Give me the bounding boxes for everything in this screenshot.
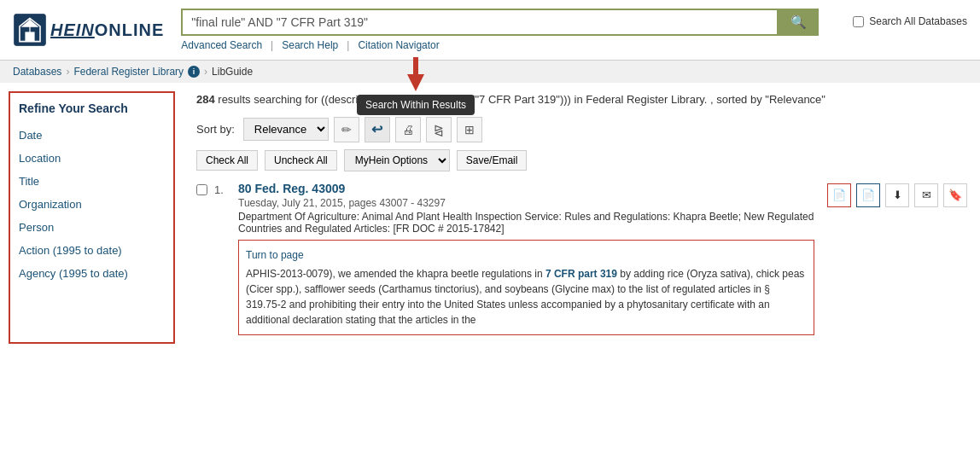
breadcrumb: Databases › Federal Register Library i ›… [0,61,980,83]
sidebar-title: Refine Your Search [19,102,165,115]
breadcrumb-library[interactable]: Federal Register Library [73,66,184,78]
tooltip-search-within: Search Within Results [357,95,475,115]
logo-area: HEINONLINE [13,13,164,47]
turn-to-page-link[interactable]: Turn to page [246,247,807,263]
sep1: | [271,39,273,51]
result-number: 1. [214,183,231,196]
search-input[interactable] [181,9,779,36]
search-button[interactable]: 🔍 [779,9,819,36]
print-button[interactable]: 🖨 [395,117,421,142]
result-snippet: Turn to page APHIS-2013-0079), we amende… [238,240,814,335]
sidebar-item-location[interactable]: Location [19,147,165,170]
arrow-tooltip-container: Search Within Results [357,57,475,115]
breadcrumb-sep1: › [66,66,69,78]
sidebar-item-organization[interactable]: Organization [19,193,165,216]
search-area: 🔍 Advanced Search | Search Help | Citati… [181,9,836,51]
pdf-red-icon[interactable]: 📄 [827,183,851,207]
check-row: Check All Uncheck All MyHein Options Sav… [196,149,967,171]
result-body: 80 Fed. Reg. 43009 Tuesday, July 21, 201… [238,182,814,335]
sidebar-item-title[interactable]: Title [19,170,165,193]
search-all-area: Search All Databases [853,15,967,27]
save-email-button[interactable]: Save/Email [457,150,528,171]
myhein-select[interactable]: MyHein Options [344,149,450,171]
result-title[interactable]: 80 Fed. Reg. 43009 [238,182,814,195]
binoculars-button[interactable]: ⧎ [426,117,452,142]
advanced-search-link[interactable]: Advanced Search [181,39,262,51]
breadcrumb-sep2: › [204,66,207,78]
arrow-shaft [413,57,418,74]
main-layout: Refine Your Search Date Location Title O… [0,83,980,352]
pdf-blue-icon[interactable]: 📄 [856,183,880,207]
sort-label: Sort by: [196,123,235,136]
grid-button[interactable]: ⊞ [457,117,482,142]
download-icon[interactable]: ⬇ [885,183,909,207]
search-all-checkbox[interactable] [853,16,864,27]
edit-button[interactable]: ✏ [334,117,359,142]
search-all-label: Search All Databases [869,15,967,27]
check-all-button[interactable]: Check All [196,150,258,171]
sep2: | [347,39,349,51]
arrow-head [407,74,424,91]
result-author: Department Of Agriculture: Animal And Pl… [238,211,814,235]
email-icon[interactable]: ✉ [914,183,938,207]
sidebar-item-date[interactable]: Date [19,124,165,147]
sidebar-item-agency[interactable]: Agency (1995 to date) [19,262,165,285]
content-area: 284 results searching for ((description:… [184,83,980,352]
breadcrumb-libguide: LibGuide [212,66,253,78]
highlight-7cfr: 7 CFR part 319 [545,268,617,280]
logo-icon [13,13,47,47]
header: HEINONLINE 🔍 Advanced Search | Search He… [0,0,980,61]
search-row: 🔍 [181,9,836,36]
sidebar: Refine Your Search Date Location Title O… [9,91,175,344]
search-help-link[interactable]: Search Help [282,39,338,51]
bookmark-icon[interactable]: 🔖 [943,183,967,207]
sidebar-item-action[interactable]: Action (1995 to date) [19,239,165,262]
results-summary: 284 results searching for ((description:… [196,91,967,108]
logo-hein: HEIN [50,20,95,40]
logo[interactable]: HEINONLINE [13,13,164,47]
uncheck-all-button[interactable]: Uncheck All [265,150,337,171]
sidebar-item-person[interactable]: Person [19,216,165,239]
breadcrumb-databases[interactable]: Databases [13,66,61,78]
toolbar: Sort by: RelevanceDateTitle ✏ ↩ 🖨 ⧎ ⊞ Se… [196,117,967,142]
search-links: Advanced Search | Search Help | Citation… [181,39,836,51]
results-count: 284 [196,93,215,106]
citation-navigator-link[interactable]: Citation Navigator [358,39,439,51]
sort-select[interactable]: RelevanceDateTitle [243,118,329,141]
info-icon[interactable]: i [188,66,200,78]
search-within-button[interactable]: ↩ [365,117,390,142]
result-checkbox[interactable] [196,184,207,195]
result-item: 1. 80 Fed. Reg. 43009 Tuesday, July 21, … [196,182,967,335]
snippet-text: APHIS-2013-0079), we amended the khapra … [246,268,545,280]
result-actions: 📄 📄 ⬇ ✉ 🔖 [827,183,967,207]
logo-online: ONLINE [95,20,165,40]
result-date: Tuesday, July 21, 2015, pages 43007 - 43… [238,197,814,209]
